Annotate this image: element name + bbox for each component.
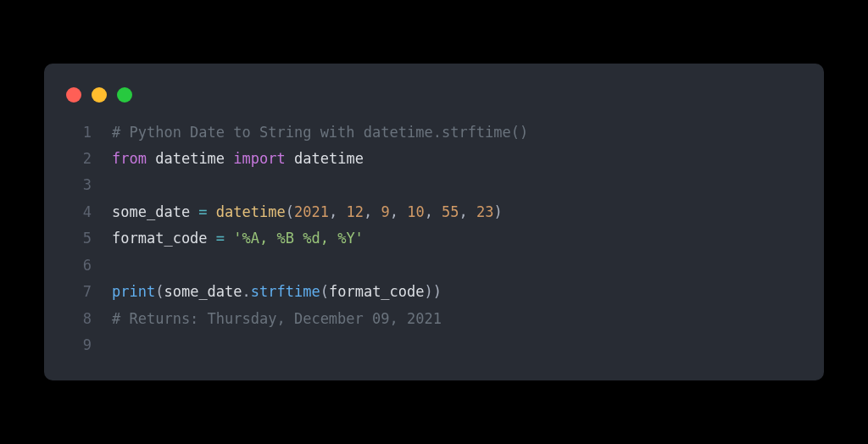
code-content: 1 # Python Date to String with datetime.… [44,119,824,359]
code-line: 2 from datetime import datetime [66,146,802,172]
code-line: 7 print(some_date.strftime(format_code)) [66,279,802,305]
line-content: # Python Date to String with datetime.st… [112,119,528,146]
window-controls [44,80,824,119]
code-line: 4 some_date = datetime(2021, 12, 9, 10, … [66,199,802,225]
line-number: 4 [66,199,92,225]
code-line: 6 [66,253,802,279]
line-content: some_date = datetime(2021, 12, 9, 10, 55… [112,199,503,225]
line-number: 8 [66,306,92,332]
code-line: 1 # Python Date to String with datetime.… [66,119,802,146]
line-number: 6 [66,253,92,279]
line-content: format_code = '%A, %B %d, %Y' [112,225,364,252]
code-line: 5 format_code = '%A, %B %d, %Y' [66,225,802,252]
line-number: 3 [66,172,92,198]
line-number: 7 [66,279,92,305]
code-line: 3 [66,172,802,198]
code-editor-window: 1 # Python Date to String with datetime.… [44,64,824,381]
line-number: 2 [66,146,92,172]
minimize-icon[interactable] [92,87,107,103]
line-number: 9 [66,332,92,358]
line-content: # Returns: Thursday, December 09, 2021 [112,306,442,332]
line-number: 1 [66,119,92,146]
line-content: print(some_date.strftime(format_code)) [112,279,442,305]
close-icon[interactable] [66,87,81,103]
line-number: 5 [66,225,92,252]
maximize-icon[interactable] [117,87,132,103]
code-line: 9 [66,332,802,358]
code-line: 8 # Returns: Thursday, December 09, 2021 [66,306,802,332]
line-content: from datetime import datetime [112,146,364,172]
